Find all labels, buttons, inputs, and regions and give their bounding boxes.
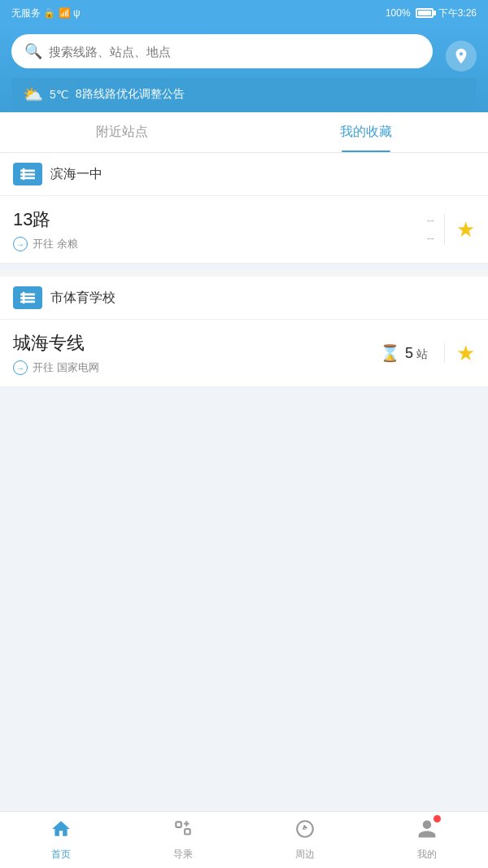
- weather-bar: ⛅ 5℃ 8路线路优化调整公告: [11, 78, 477, 112]
- direction-text-13: 开往 余粮: [33, 237, 78, 251]
- status-bottom-13: --: [427, 232, 434, 245]
- status-right: 100% 下午3:26: [386, 7, 477, 20]
- nav-label-home: 首页: [51, 848, 71, 861]
- route-info-chenhai: 城海专线 → 开往 国家电网: [13, 331, 380, 375]
- status-top-13: --: [427, 214, 434, 227]
- station-group-1: 滨海一中 13路 → 开往 余粮 -- -- ★: [0, 153, 488, 264]
- time-display: 下午3:26: [438, 7, 477, 20]
- star-button-13[interactable]: ★: [445, 217, 475, 242]
- direction-text-chenhai: 开往 国家电网: [33, 360, 99, 375]
- status-bar: 无服务 🔒 📶 ψ 100% 下午3:26: [0, 0, 488, 26]
- stations-count: 5: [405, 345, 413, 361]
- header: 🔍 ⛅ 5℃ 8路线路优化调整公告: [0, 26, 488, 112]
- home-icon: [50, 818, 72, 844]
- location-button[interactable]: [446, 41, 477, 72]
- battery-icon: [416, 8, 434, 18]
- station-name-1: 滨海一中: [50, 166, 102, 183]
- tab-favorites[interactable]: 我的收藏: [244, 112, 488, 152]
- direction-arrow-chenhai: →: [13, 360, 28, 375]
- stations-unit: 站: [416, 347, 428, 360]
- nav-item-mine[interactable]: 我的: [366, 812, 488, 868]
- person-icon: [416, 818, 438, 844]
- station-header-2: 市体育学校: [0, 277, 488, 320]
- main-content: 滨海一中 13路 → 开往 余粮 -- -- ★: [0, 153, 488, 455]
- nav-label-route: 导乘: [173, 848, 193, 861]
- svg-rect-3: [23, 168, 25, 180]
- route-status-chenhai: ⌛ 5 站: [380, 343, 445, 363]
- nav-item-route[interactable]: 导乘: [122, 812, 244, 868]
- station-icon-2: [13, 286, 42, 309]
- search-icon: 🔍: [24, 42, 42, 60]
- status-left: 无服务 🔒 📶 ψ: [11, 7, 81, 20]
- star-button-chenhai[interactable]: ★: [445, 341, 475, 366]
- station-name-2: 市体育学校: [50, 290, 115, 307]
- station-group-2: 市体育学校 城海专线 → 开往 国家电网 ⌛ 5 站 ★: [0, 277, 488, 387]
- divider-1: [0, 270, 488, 277]
- compass-icon: [294, 818, 316, 844]
- tab-nearby[interactable]: 附近站点: [0, 112, 244, 152]
- nav-label-mine: 我的: [417, 848, 437, 861]
- stations-count-wrap: 5 站: [405, 345, 428, 362]
- notice-text: 8路线路优化调整公告: [76, 87, 185, 102]
- svg-rect-7: [23, 292, 25, 303]
- timer-icon: ⌛: [380, 343, 400, 363]
- weather-icon: ⛅: [23, 85, 43, 104]
- search-bar[interactable]: 🔍: [11, 34, 433, 68]
- route-name-chenhai: 城海专线: [13, 331, 380, 355]
- route-direction-13: → 开往 余粮: [13, 237, 404, 251]
- route-item-13[interactable]: 13路 → 开往 余粮 -- -- ★: [0, 196, 488, 264]
- battery-percent: 100%: [386, 7, 411, 19]
- route-direction-chenhai: → 开往 国家电网: [13, 360, 380, 375]
- nav-label-nearby: 周边: [295, 848, 315, 861]
- nav-item-home[interactable]: 首页: [0, 812, 122, 868]
- tabs: 附近站点 我的收藏: [0, 112, 488, 153]
- station-icon-1: [13, 163, 42, 185]
- nav-item-nearby[interactable]: 周边: [244, 812, 366, 868]
- mine-badge: [434, 815, 441, 822]
- station-header-1: 滨海一中: [0, 153, 488, 196]
- route-info-13: 13路 → 开往 余粮: [13, 207, 404, 251]
- route-name-13: 13路: [13, 207, 404, 232]
- location-icon: [452, 47, 470, 65]
- temperature: 5℃: [50, 88, 69, 101]
- direction-arrow-13: →: [13, 237, 28, 251]
- bus-stop-icon: [19, 167, 37, 181]
- bus-stop-icon-2: [19, 290, 37, 305]
- route-status-13: -- --: [404, 214, 445, 245]
- route-item-chenhai[interactable]: 城海专线 → 开往 国家电网 ⌛ 5 站 ★: [0, 320, 488, 387]
- route-icon: [172, 818, 194, 844]
- bottom-nav: 首页 导乘 周边 我的: [0, 811, 488, 868]
- search-input[interactable]: [49, 45, 420, 59]
